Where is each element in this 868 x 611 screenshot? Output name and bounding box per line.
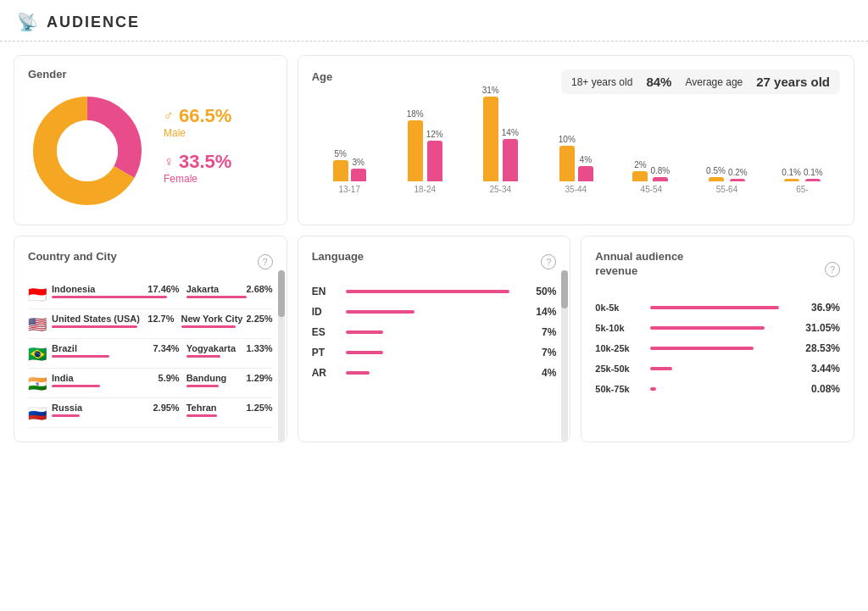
revenue-title: Annual audience revenue	[595, 250, 714, 279]
pink-bar	[578, 166, 593, 181]
city-bar	[181, 325, 236, 328]
age-group-label: 35-44	[565, 185, 587, 194]
revenue-row: 0k-5k 36.9%	[595, 297, 840, 318]
yellow-pct-label: 31%	[482, 86, 499, 95]
age-bars: 5% 3% 13-17 18% 12% 18-24 31%	[312, 101, 840, 211]
country-flag: 🇮🇩	[28, 286, 47, 304]
female-label: Female	[164, 173, 231, 185]
city-name: Tehran	[186, 403, 243, 413]
lang-pct: 4%	[526, 367, 556, 379]
city-col: New York City 2.25%	[175, 314, 273, 328]
revenue-bar	[650, 367, 671, 370]
age-group-label: 25-34	[489, 185, 511, 194]
male-pct: 66.5%	[179, 105, 231, 127]
revenue-range: 5k-10k	[595, 323, 642, 333]
age-group-label: 65-	[796, 185, 808, 194]
country-bar	[52, 385, 100, 387]
country-help-icon[interactable]: ?	[258, 254, 273, 269]
country-card: Country and City ? 🇮🇩 Indonesia 17.46% J…	[14, 236, 287, 442]
pink-bar	[730, 179, 745, 181]
yellow-pct-label: 18%	[407, 109, 424, 119]
age-title: Age	[312, 70, 333, 83]
lang-pct: 50%	[526, 286, 556, 297]
scrollbar-thumb[interactable]	[278, 270, 285, 317]
yellow-bar	[632, 171, 648, 181]
age-bars-pair: 18% 12%	[407, 109, 443, 181]
country-name: Brazil	[52, 343, 149, 353]
pink-pct-label: 12%	[426, 130, 443, 139]
country-flag: 🇮🇳	[28, 375, 47, 393]
lang-pct: 7%	[526, 326, 556, 338]
lang-bar-wrap	[346, 330, 519, 334]
yellow-bar	[483, 97, 498, 181]
revenue-pct: 31.05%	[802, 322, 840, 334]
country-bar	[52, 355, 109, 358]
lang-bar	[346, 290, 509, 293]
yellow-bar	[408, 120, 423, 181]
city-pct: 2.68%	[246, 284, 272, 294]
revenue-list: 0k-5k 36.9% 5k-10k 31.05% 10k-25k 28.53%…	[595, 297, 840, 399]
lang-code: ID	[312, 306, 337, 318]
age-group: 0.1% 0.1% 65-	[765, 168, 840, 194]
country-info: Brazil 7.34%	[52, 343, 180, 358]
city-col: Tehran 1.25%	[180, 403, 273, 417]
lang-code: ES	[312, 326, 337, 338]
lang-bar	[346, 351, 384, 354]
city-col: Jakarta 2.68%	[180, 284, 273, 298]
gender-title: Gender	[28, 68, 67, 81]
city-bar	[186, 296, 247, 298]
language-row: AR 4%	[312, 363, 557, 383]
country-name: Indonesia	[52, 284, 144, 294]
revenue-range: 50k-75k	[595, 384, 642, 394]
city-pct: 2.25%	[246, 314, 272, 324]
revenue-bar-wrap	[650, 347, 793, 350]
lang-bar-wrap	[346, 310, 519, 314]
pink-bar	[503, 139, 518, 181]
revenue-bar	[650, 326, 765, 330]
language-header: Language ?	[312, 250, 557, 273]
revenue-pct: 36.9%	[802, 302, 840, 314]
revenue-pct: 0.08%	[802, 383, 840, 395]
gender-legend: ♂ 66.5% Male ♀ 33.5% Female	[164, 105, 231, 197]
page-title: AUDIENCE	[47, 14, 140, 31]
pink-pct-label: 14%	[502, 128, 519, 137]
pink-pct-label: 0.1%	[804, 168, 823, 177]
revenue-range: 0k-5k	[595, 303, 642, 313]
age-bars-pair: 31% 14%	[482, 86, 519, 181]
yellow-bar	[559, 146, 575, 181]
dashboard: Gender ♂ 66.5% Male	[0, 42, 868, 456]
city-name: Yogyakarta	[186, 343, 243, 353]
country-pct: 12.7%	[147, 314, 174, 324]
age-group: 31% 14% 25-34	[463, 86, 538, 194]
age-group: 10% 4% 35-44	[538, 135, 614, 194]
revenue-bar-wrap	[650, 326, 793, 330]
gender-female: ♀ 33.5% Female	[164, 151, 231, 185]
age-group-label: 45-54	[641, 185, 663, 194]
revenue-header: Annual audience revenue ?	[595, 250, 840, 289]
scrollbar-track[interactable]	[278, 270, 285, 442]
revenue-bar	[650, 306, 779, 309]
lang-scrollbar-track[interactable]	[561, 270, 568, 442]
age-stat2-label: Average age	[685, 76, 743, 88]
age-group: 18% 12% 18-24	[387, 109, 463, 194]
revenue-bar-wrap	[650, 306, 793, 309]
country-row: 🇮🇳 India 5.9% Bandung 1.29%	[28, 369, 273, 398]
svg-point-2	[57, 120, 118, 181]
revenue-pct: 28.53%	[802, 342, 840, 354]
lang-pct: 14%	[526, 306, 556, 318]
country-header: Country and City ?	[28, 250, 273, 273]
country-flag: 🇧🇷	[28, 345, 47, 364]
yellow-pct-label: 0.5%	[706, 166, 726, 175]
city-name: Bandung	[186, 373, 243, 383]
city-name: Jakarta	[186, 284, 243, 294]
revenue-help-icon[interactable]: ?	[825, 262, 840, 277]
language-help-icon[interactable]: ?	[541, 254, 556, 269]
country-row: 🇧🇷 Brazil 7.34% Yogyakarta 1.33%	[28, 339, 273, 369]
age-group-label: 13-17	[338, 185, 360, 194]
country-list: 🇮🇩 Indonesia 17.46% Jakarta 2.68% 🇺🇸 Uni…	[28, 280, 273, 428]
lang-scrollbar-thumb[interactable]	[561, 270, 568, 308]
age-group: 2% 0.8% 45-54	[614, 160, 689, 194]
age-bars-pair: 2% 0.8%	[632, 160, 670, 181]
language-title: Language	[312, 250, 364, 263]
language-card: Language ? EN 50% ID 14% ES 7% PT 7% AR …	[298, 236, 571, 442]
